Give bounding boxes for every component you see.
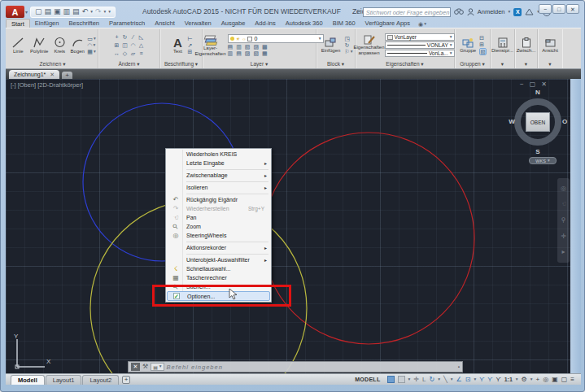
menu-item-schnellauswahl[interactable]: ☇ Schnellauswahl... xyxy=(167,264,270,273)
panel-title-gruppen[interactable]: Gruppen ▾ xyxy=(455,60,490,68)
new-icon[interactable]: ▢ xyxy=(35,8,42,15)
panel-title-zeichnen[interactable]: Zeichnen ▾ xyxy=(7,60,98,68)
clean-screen-icon[interactable]: ▢ xyxy=(561,377,568,383)
lineweight-dropdown[interactable]: VONLAY ▾ xyxy=(385,41,455,49)
viewcube-top-face[interactable]: OBEN xyxy=(526,112,550,132)
insert-block-tool[interactable]: Einfügen xyxy=(318,37,343,54)
tab-ausgabe[interactable]: Ausgabe xyxy=(216,19,251,28)
save-as-icon[interactable]: ▥ xyxy=(63,8,71,15)
panel-title-zwischenablage[interactable]: ▾ xyxy=(515,60,537,68)
layer-dropdown[interactable]: ☀ ☼ 0 ▾ xyxy=(228,34,324,43)
showmotion-tool-icon[interactable]: ▸ xyxy=(561,249,565,255)
annotation-monitor-icon[interactable]: + xyxy=(536,377,540,383)
view-tool[interactable]: Ansicht xyxy=(539,37,561,54)
undo-dropdown-icon[interactable]: ▾ xyxy=(90,10,93,15)
annotation-person-icon[interactable]: ϒ xyxy=(496,377,501,383)
open-icon[interactable]: ▤ xyxy=(45,8,52,15)
hatch-dd-icon[interactable]: ▾ xyxy=(94,50,96,54)
tab-beschriften[interactable]: Beschriften xyxy=(63,19,104,28)
arc-tool[interactable]: Bogen xyxy=(69,37,85,54)
leader-icon[interactable]: ↗ xyxy=(187,42,192,48)
layer-tool-icon[interactable]: ▧ xyxy=(245,44,251,50)
menu-item-letzte-eingabe[interactable]: Letzte Eingabe ▸ xyxy=(167,159,270,168)
line-tool[interactable]: Linie xyxy=(9,37,27,54)
move-icon[interactable]: + xyxy=(115,34,118,40)
polar-dd-icon[interactable]: ▾ xyxy=(438,377,440,382)
recent-commands-button[interactable]: ▤ ▾ xyxy=(151,363,164,371)
group-tool[interactable]: Gruppe xyxy=(458,37,478,54)
menu-item-wiederherstellen[interactable]: ↷ Wiederherstellen Strg+Y xyxy=(167,204,270,213)
command-customize-icon[interactable]: ⚒ xyxy=(142,364,148,370)
panel-title-layer[interactable]: Layer ▾ xyxy=(203,60,316,68)
mirror-icon[interactable]: ◫ xyxy=(122,42,128,48)
menu-item-pan[interactable]: ☜ Pan xyxy=(167,213,270,222)
zoom-tool-icon[interactable]: ⚲ xyxy=(561,217,566,224)
viewcube-west[interactable]: W xyxy=(507,118,517,125)
annotation-autoscale-icon[interactable]: ϒ xyxy=(487,377,492,383)
layer-tool-icon[interactable]: ▨ xyxy=(253,44,259,50)
annotation-scale-value[interactable]: 1:1 xyxy=(504,377,513,382)
menu-item-steeringwheels[interactable]: ◎ SteeringWheels xyxy=(167,231,270,240)
object-snap-icon[interactable]: ⊡ xyxy=(465,377,471,383)
polar-tracking-icon[interactable]: ↻ xyxy=(429,377,434,383)
maximize-button[interactable]: □ xyxy=(552,4,565,14)
tab-add-ins[interactable]: Add-ins xyxy=(250,19,280,28)
tab-modell[interactable]: Modell xyxy=(11,375,45,385)
customize-qat-icon[interactable]: ▾ xyxy=(108,10,111,15)
viewcube-east[interactable]: O xyxy=(560,118,570,125)
wcs-menu[interactable]: WKS ▾ xyxy=(529,157,557,164)
signin-label[interactable]: Anmelden xyxy=(478,8,505,15)
menu-item-taschenrechner[interactable]: ▦ Taschenrechner xyxy=(167,273,270,282)
new-drawing-tab-button[interactable]: + xyxy=(62,72,72,79)
viewport-menu-control[interactable]: [-] xyxy=(11,81,16,89)
group-edit-icon[interactable]: ⊞ xyxy=(479,41,484,47)
redo-icon[interactable]: ↷ xyxy=(95,8,102,15)
rectangle-tool-icon[interactable]: ▭ xyxy=(87,36,93,41)
menu-item-isolieren[interactable]: Isolieren ▸ xyxy=(167,183,270,192)
explode-icon[interactable]: △ xyxy=(139,42,143,48)
group-select-icon[interactable]: ▧ xyxy=(480,49,486,54)
block-attr-dd-icon[interactable]: ▾ xyxy=(351,50,353,54)
erase-icon[interactable]: ◺ xyxy=(139,34,143,40)
array-icon[interactable]: ▱ xyxy=(131,50,135,56)
signin-dropdown-icon[interactable]: ▾ xyxy=(509,10,511,15)
graphics-performance-icon[interactable]: ▣ xyxy=(552,377,558,383)
ribbon-display-toggle[interactable]: ◉ ▾ xyxy=(418,21,426,28)
tab-bim-360[interactable]: BIM 360 xyxy=(328,19,360,28)
object-snap-tracking-icon[interactable]: ∠ xyxy=(456,377,462,383)
circle-tool[interactable]: Kreis xyxy=(51,37,68,54)
tab-verwalten[interactable]: Verwalten xyxy=(180,19,216,28)
rotate-icon[interactable]: ↻ xyxy=(123,34,128,40)
block-attribute-icon[interactable]: ⚐ xyxy=(344,49,349,54)
isolate-objects-icon[interactable]: ◎ xyxy=(543,377,548,383)
layer-tool-icon[interactable]: ▩ xyxy=(262,44,268,50)
layer-tool-icon[interactable]: ▤ xyxy=(236,50,242,56)
layer-tool-icon[interactable]: ▦ xyxy=(262,50,268,56)
menu-item-wiederholen-kreis[interactable]: Wiederholen KREIS xyxy=(167,150,270,159)
match-properties-tool[interactable]: Eigenschaften anpassen xyxy=(356,34,383,55)
stretch-icon[interactable]: ↔ xyxy=(114,50,120,56)
customization-menu-icon[interactable]: ≡ xyxy=(570,377,574,383)
polyline-tool[interactable]: Polylinie xyxy=(28,37,50,54)
tab-parametrisch[interactable]: Parametrisch xyxy=(104,19,150,28)
layer-tool-icon[interactable]: ▤ xyxy=(228,44,234,50)
ortho-mode-icon[interactable]: L xyxy=(422,377,426,383)
tab-einfuegen[interactable]: Einfügen xyxy=(30,19,64,28)
redo-dropdown-icon[interactable]: ▾ xyxy=(103,10,106,15)
file-tab-zeichnung1[interactable]: Zeichnung1* ✕ xyxy=(9,70,59,79)
workspace-gear-icon[interactable]: ⚙ xyxy=(522,377,527,383)
panel-title-ansicht[interactable]: ▾ xyxy=(538,60,562,68)
pan-tool-icon[interactable]: ☜ xyxy=(561,201,566,207)
ungroup-icon[interactable]: ⊟ xyxy=(479,35,484,41)
viewport-view-control[interactable]: [Oben] xyxy=(18,81,37,89)
hatch-tool-icon[interactable]: ▦ xyxy=(87,49,93,54)
menu-item-zwischenablage[interactable]: Zwischenablage ▸ xyxy=(167,171,270,180)
viewcube-south[interactable]: S xyxy=(533,148,543,155)
layer-tool-icon[interactable]: ▧ xyxy=(253,50,259,56)
menu-item-unterobjekt-auswahlfilter[interactable]: Unterobjekt-Auswahlfilter ▸ xyxy=(167,255,270,264)
drawing-minimize-icon[interactable]: − xyxy=(520,81,524,88)
orbit-tool-icon[interactable]: ✛ xyxy=(561,233,566,240)
scale-dd-icon[interactable]: ▾ xyxy=(516,377,518,382)
drawing-close-icon[interactable]: ✕ xyxy=(541,81,547,88)
color-dropdown[interactable]: VonLayer ▾ xyxy=(385,33,455,41)
